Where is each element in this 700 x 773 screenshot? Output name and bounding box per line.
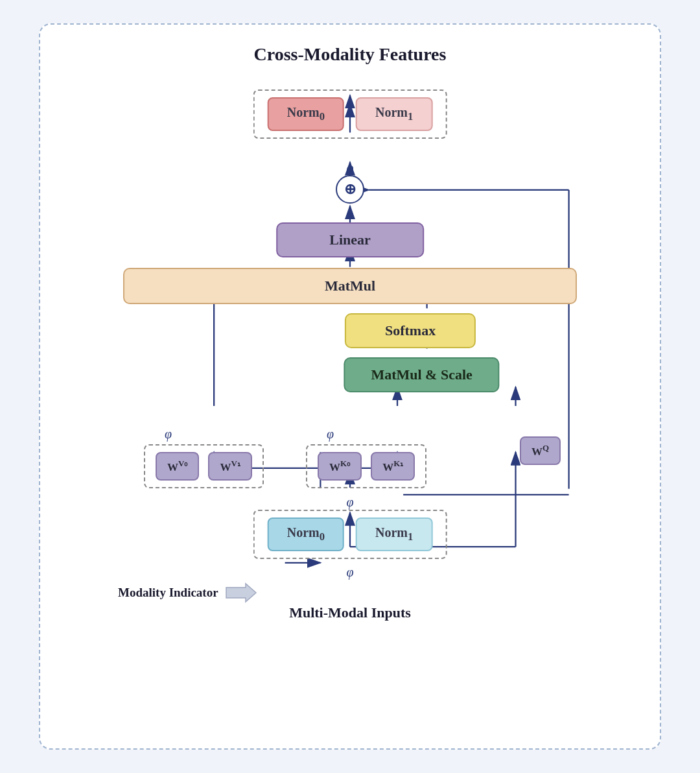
matmul-scale-box: MatMul & Scale (344, 357, 499, 392)
multi-modal-inputs-label: Multi-Modal Inputs (289, 604, 411, 621)
norm-top-0-sub: 0 (320, 110, 325, 123)
oplus-circle: ⊕ (336, 175, 364, 204)
softmax-box: Softmax (345, 313, 476, 348)
diagram-area: Norm0 Norm1 φ ⊕ Linear MatMul Softmax Ma… (66, 77, 634, 735)
wq-box: WQ (520, 436, 561, 465)
wv-group: WV₀ WV₁ (144, 444, 264, 488)
wk1-box: WK₁ (371, 452, 415, 481)
phi-label-multimodal: φ (346, 565, 353, 580)
wk-group-container: φ WK₀ WK₁ (306, 427, 426, 488)
phi-label-bottom: φ (346, 495, 353, 510)
wv1-box: WV₁ (208, 452, 251, 481)
phi-label-wk: φ (327, 427, 426, 442)
wv0-box: WV₀ (156, 452, 199, 481)
modality-arrow-icon (225, 582, 257, 603)
norm-top-1-sub: 1 (408, 110, 413, 123)
norm-top-0: Norm0 (268, 97, 344, 131)
linear-box: Linear (276, 222, 424, 257)
svg-marker-25 (226, 584, 256, 602)
wk0-box: WK₀ (318, 452, 362, 481)
norm-top-group: Norm0 Norm1 (253, 89, 447, 139)
wv-group-container: φ WV₀ WV₁ (144, 427, 264, 488)
phi-label-wv: φ (165, 427, 264, 442)
norm-top-1: Norm1 (356, 97, 432, 131)
diagram-container: Cross-Modality Features (39, 23, 661, 750)
modality-indicator-row: Modality Indicator (118, 582, 257, 603)
norm-bottom-group: Norm0 Norm1 (253, 510, 447, 559)
wq-container: WQ (520, 436, 561, 465)
norm-bottom-0-sub: 0 (320, 530, 325, 543)
norm-bottom-1: Norm1 (356, 517, 432, 551)
matmul-box: MatMul (123, 268, 577, 304)
wk-group: WK₀ WK₁ (306, 444, 426, 488)
diagram-title: Cross-Modality Features (254, 44, 447, 65)
norm-bottom-0: Norm0 (268, 517, 344, 551)
norm-bottom-1-sub: 1 (408, 530, 413, 543)
phi-label-top: φ (346, 161, 353, 176)
modality-indicator-label: Modality Indicator (118, 586, 218, 600)
